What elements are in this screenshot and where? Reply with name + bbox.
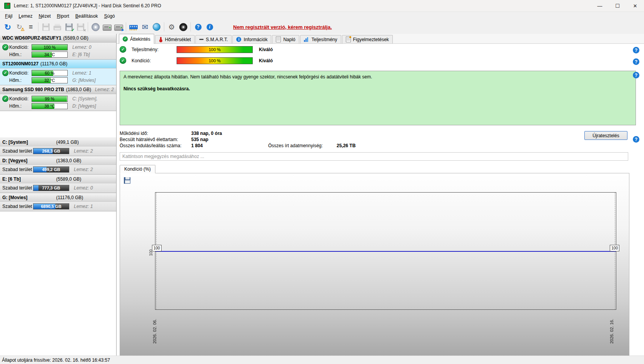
removable-disk-button[interactable]: ▸ bbox=[113, 22, 124, 32]
disk-header[interactable]: ST12000NM0127 (11176,0 GB) bbox=[0, 60, 116, 68]
tab-performance[interactable]: Teljesítmény bbox=[300, 35, 341, 43]
x-axis-date-right: 2026. 02. 16. bbox=[609, 311, 614, 344]
disk-header[interactable]: Samsung SSD 980 PRO 2TB (1863,0 GB) Leme… bbox=[0, 85, 116, 94]
help-button[interactable]: ? bbox=[193, 22, 204, 32]
report-button[interactable]: ≡ bbox=[25, 22, 36, 32]
partition-item-g[interactable]: G: [Movies] (11176,0 GB) Szabad terület … bbox=[0, 193, 116, 211]
help-icon[interactable]: ? bbox=[633, 136, 639, 143]
free-space-bar: 268,3 GB bbox=[33, 148, 69, 154]
total-written-value: 25,26 TB bbox=[337, 143, 355, 148]
condition-value: 60 % bbox=[32, 70, 67, 76]
tab-information[interactable]: i Információk bbox=[232, 35, 271, 43]
menu-file[interactable]: Fájl bbox=[2, 13, 15, 20]
retest-button[interactable]: Újratesztelés bbox=[584, 131, 627, 140]
statistics-area: Működési idő: 338 nap, 0 óra Becsült hát… bbox=[120, 130, 628, 149]
thermometer-icon bbox=[160, 37, 162, 42]
partition-header[interactable]: E: [6 Tb] (5589,0 GB) bbox=[0, 175, 116, 183]
menu-settings[interactable]: Beállítások bbox=[72, 13, 101, 20]
disk-capacity: (11176,0 GB) bbox=[40, 61, 67, 66]
condition-label: Kondíció: bbox=[9, 70, 32, 76]
partition-name: E: [6 Tb] bbox=[2, 176, 56, 182]
tab-smart[interactable]: S.M.A.R.T. bbox=[195, 35, 232, 43]
condition-row: ✓ Kondíció: 100 % Lemez: 0 bbox=[0, 43, 116, 51]
performance-label: Teljesítmény: bbox=[132, 47, 177, 52]
help-icon[interactable]: ? bbox=[633, 72, 639, 78]
close-button[interactable]: ✕ bbox=[626, 0, 644, 12]
maximize-button[interactable]: ☐ bbox=[609, 0, 626, 12]
menu-report[interactable]: Riport bbox=[54, 13, 72, 20]
comment-input[interactable] bbox=[120, 152, 628, 161]
condition-bar: 100 % bbox=[177, 57, 253, 64]
settings-button[interactable]: ⚙ bbox=[166, 22, 177, 32]
health-status-text: A merevlemez állapota hibátlan. Nem talá… bbox=[123, 74, 632, 80]
menu-disk[interactable]: Lemez bbox=[15, 13, 35, 20]
accept-report-button[interactable]: ✓ bbox=[63, 22, 74, 32]
condition-row: ✓ Kondíció: 99 % C: [System], bbox=[0, 95, 116, 102]
condition-label: Kondíció: bbox=[132, 58, 177, 63]
free-space-bar: 499,2 GB bbox=[33, 166, 69, 173]
disk-item-samsung[interactable]: Samsung SSD 980 PRO 2TB (1863,0 GB) Leme… bbox=[0, 85, 116, 111]
help-icon[interactable]: ? bbox=[633, 47, 639, 53]
performance-rating: Kiváló bbox=[259, 47, 273, 52]
disk-item-wdc[interactable]: WDC WD60PURZ-85ZUFY1 (5589,0 GB) ✓ Kondí… bbox=[0, 34, 116, 60]
condition-point-label-left: 100 bbox=[152, 245, 162, 251]
disk-tools-button[interactable] bbox=[102, 22, 112, 32]
cd-disc-icon bbox=[92, 23, 100, 31]
toolbar-separator bbox=[190, 22, 191, 32]
partition-item-d[interactable]: D: [Vegyes] (1363,0 GB) Szabad terület 4… bbox=[0, 156, 116, 175]
disk-item-seagate-selected[interactable]: ST12000NM0127 (11176,0 GB) ✓ Kondíció: 6… bbox=[0, 60, 116, 85]
tab-alerts[interactable]: Figyelmeztetések bbox=[342, 35, 393, 43]
media-button[interactable] bbox=[178, 22, 189, 32]
partition-header[interactable]: G: [Movies] (11176,0 GB) bbox=[0, 193, 116, 202]
condition-rating: Kiváló bbox=[259, 58, 273, 63]
condition-label: Kondíció: bbox=[9, 45, 32, 50]
gear-icon: ⚙ bbox=[168, 23, 175, 31]
disk-name: Samsung SSD 980 PRO 2TB bbox=[2, 87, 64, 92]
disk-number-label: Lemez: 2 bbox=[74, 148, 93, 154]
tabbar: ✓ Áttekintés Hőmérséklet S.M.A.R.T. i In… bbox=[117, 34, 644, 44]
analyse-button[interactable]: ↻⚠ bbox=[14, 22, 25, 32]
help-icon[interactable]: ? bbox=[633, 58, 639, 65]
tab-label: Áttekintés bbox=[130, 37, 150, 42]
tab-temperature[interactable]: Hőmérséklet bbox=[155, 35, 195, 43]
disk-number-label: Lemez: 2 bbox=[95, 87, 114, 92]
save-chart-button[interactable] bbox=[123, 176, 132, 184]
partition-item-c[interactable]: C: [System] (499,1 GB) Szabad terület 26… bbox=[0, 138, 116, 156]
menu-help[interactable]: Súgó bbox=[101, 13, 118, 20]
minimize-button[interactable]: — bbox=[591, 0, 609, 12]
toolbar-separator bbox=[88, 22, 88, 32]
health-status-box: A merevlemez állapota hibátlan. Nem talá… bbox=[120, 71, 636, 125]
chart-icon bbox=[304, 37, 309, 42]
tab-log[interactable]: Napló bbox=[272, 35, 299, 43]
temperature-label: Hőm.: bbox=[9, 103, 32, 109]
partition-header[interactable]: C: [System] (499,1 GB) bbox=[0, 138, 116, 146]
info-button[interactable]: i bbox=[204, 22, 215, 32]
condition-bar: 100 % bbox=[32, 44, 68, 50]
condition-chart: 100 100 100 2026. 02. 06. 2026. 02. 16. bbox=[120, 173, 629, 357]
cd-drive-button[interactable] bbox=[90, 22, 101, 32]
partition-body: Szabad terület 499,2 GB Lemez: 2 bbox=[0, 165, 116, 174]
tab-label: Napló bbox=[283, 37, 295, 42]
menu-view[interactable]: Nézet bbox=[35, 13, 53, 20]
start-stop-count-value: 1 804 bbox=[191, 143, 268, 148]
refresh-button[interactable]: ↻ bbox=[2, 22, 13, 32]
partition-item-e[interactable]: E: [6 Tb] (5589,0 GB) Szabad terület 777… bbox=[0, 175, 116, 193]
free-space-label: Szabad terület bbox=[2, 185, 33, 191]
printer-icon bbox=[53, 26, 61, 30]
tab-overview[interactable]: ✓ Áttekintés bbox=[119, 34, 154, 44]
condition-row: ✓ Kondíció: 60 % Lemez: 1 bbox=[0, 69, 116, 76]
mail-button[interactable]: ✉ bbox=[140, 22, 150, 32]
temperature-bar: 32 °C bbox=[32, 77, 68, 83]
arrow-icon: ▸ bbox=[122, 28, 124, 32]
disk-header[interactable]: WDC WD60PURZ-85ZUFY1 (5589,0 GB) bbox=[0, 34, 116, 43]
overview-content: ✓ Teljesítmény: 100 % Kiváló ✓ Kondíció:… bbox=[117, 44, 644, 357]
condition-bar: 99 % bbox=[32, 96, 68, 102]
register-notice-link[interactable]: Nem regisztrált verzió, kérem regisztrál… bbox=[233, 24, 332, 30]
chart-tab-condition[interactable]: Kondíció (%) bbox=[120, 165, 155, 173]
web-button[interactable] bbox=[151, 22, 162, 32]
lifetime-remaining-value: 535 nap bbox=[191, 137, 209, 142]
partition-header[interactable]: D: [Vegyes] (1363,0 GB) bbox=[0, 156, 116, 165]
memory-button[interactable] bbox=[128, 22, 139, 32]
free-space-bar: 777,3 GB bbox=[33, 185, 69, 191]
start-stop-count-label: Összes indulás/leállás száma: bbox=[120, 143, 191, 148]
